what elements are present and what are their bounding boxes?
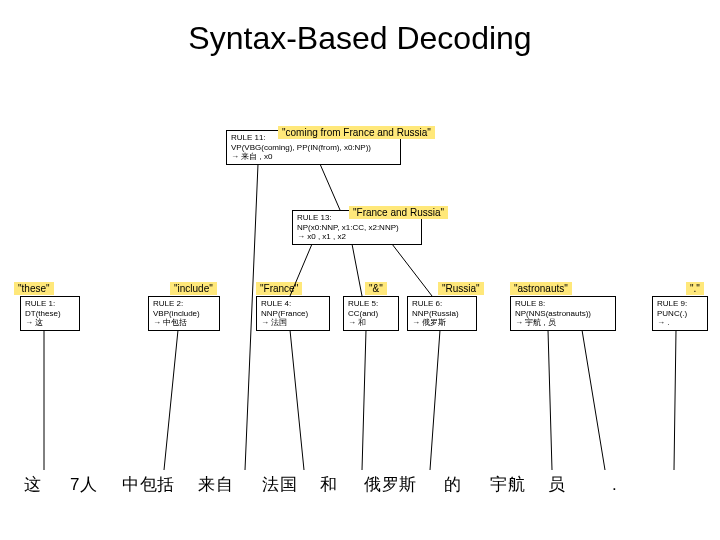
rule-5-line1: RULE 5: — [348, 299, 394, 309]
rule-5-line2: CC(and) — [348, 309, 394, 319]
rule-5-box: RULE 5: CC(and) → 和 — [343, 296, 399, 331]
rule-4-line3: → 法国 — [261, 318, 325, 328]
rule-6-line2: NNP(Russia) — [412, 309, 472, 319]
svg-line-9 — [430, 330, 440, 470]
rule-1-line1: RULE 1: — [25, 299, 75, 309]
svg-line-12 — [674, 330, 676, 470]
rule-4-box: RULE 4: NNP(France) → 法国 — [256, 296, 330, 331]
token-4: 来自 — [198, 473, 262, 496]
tree-edges — [0, 0, 720, 540]
rule-11-line2: VP(VBG(coming), PP(IN(from), x0:NP)) — [231, 143, 396, 153]
token-8: 的 — [444, 473, 490, 496]
rule-1-line3: → 这 — [25, 318, 75, 328]
rule-2-box: RULE 2: VBP(include) → 中包括 — [148, 296, 220, 331]
rule-8-box: RULE 8: NP(NNS(astronauts)) → 宇航 , 员 — [510, 296, 616, 331]
rule-2-line2: VBP(include) — [153, 309, 215, 319]
token-9: 宇航 — [490, 473, 548, 496]
rule-8-line3: → 宇航 , 员 — [515, 318, 611, 328]
rule-4-badge: "France" — [256, 282, 302, 295]
rule-5-line3: → 和 — [348, 318, 394, 328]
rule-13-badge: "France and Russia" — [349, 206, 448, 219]
rule-1-line2: DT(these) — [25, 309, 75, 319]
token-10: 员 — [548, 473, 612, 496]
rule-6-badge: "Russia" — [438, 282, 484, 295]
rule-13-line2: NP(x0:NNP, x1:CC, x2:NNP) — [297, 223, 417, 233]
svg-line-8 — [362, 330, 366, 470]
svg-line-10 — [548, 330, 552, 470]
svg-line-4 — [392, 244, 432, 296]
rule-8-badge: "astronauts" — [510, 282, 572, 295]
rule-5-badge: "&" — [365, 282, 387, 295]
rule-2-badge: "include" — [170, 282, 217, 295]
rule-1-badge: "these" — [14, 282, 54, 295]
rule-11-badge: "coming from France and Russia" — [278, 126, 435, 139]
token-1: 这 — [24, 473, 70, 496]
token-5: 法国 — [262, 473, 320, 496]
rule-1-box: RULE 1: DT(these) → 这 — [20, 296, 80, 331]
rule-9-line2: PUNC(.) — [657, 309, 703, 319]
rule-4-line2: NNP(France) — [261, 309, 325, 319]
rule-2-line3: → 中包括 — [153, 318, 215, 328]
rule-4-line1: RULE 4: — [261, 299, 325, 309]
rule-8-line2: NP(NNS(astronauts)) — [515, 309, 611, 319]
rule-8-line1: RULE 8: — [515, 299, 611, 309]
rule-6-line1: RULE 6: — [412, 299, 472, 309]
token-row: 这 7人 中包括 来自 法国 和 俄罗斯 的 宇航 员 . — [0, 473, 720, 496]
page-title: Syntax-Based Decoding — [0, 0, 720, 57]
token-6: 和 — [320, 473, 364, 496]
rule-9-line3: → . — [657, 318, 703, 328]
rule-9-line1: RULE 9: — [657, 299, 703, 309]
token-7: 俄罗斯 — [364, 473, 444, 496]
rule-6-box: RULE 6: NNP(Russia) → 俄罗斯 — [407, 296, 477, 331]
svg-line-6 — [164, 330, 178, 470]
token-2: 7人 — [70, 473, 122, 496]
token-3: 中包括 — [122, 473, 198, 496]
rule-11-line3: → 来自 , x0 — [231, 152, 396, 162]
rule-6-line3: → 俄罗斯 — [412, 318, 472, 328]
rule-9-box: RULE 9: PUNC(.) → . — [652, 296, 708, 331]
svg-line-11 — [582, 330, 605, 470]
svg-line-3 — [352, 244, 362, 296]
token-11: . — [612, 475, 632, 495]
rule-13-line3: → x0 , x1 , x2 — [297, 232, 417, 242]
rule-9-badge: "." — [686, 282, 704, 295]
svg-line-7 — [290, 330, 304, 470]
rule-2-line1: RULE 2: — [153, 299, 215, 309]
svg-line-1 — [320, 164, 340, 210]
